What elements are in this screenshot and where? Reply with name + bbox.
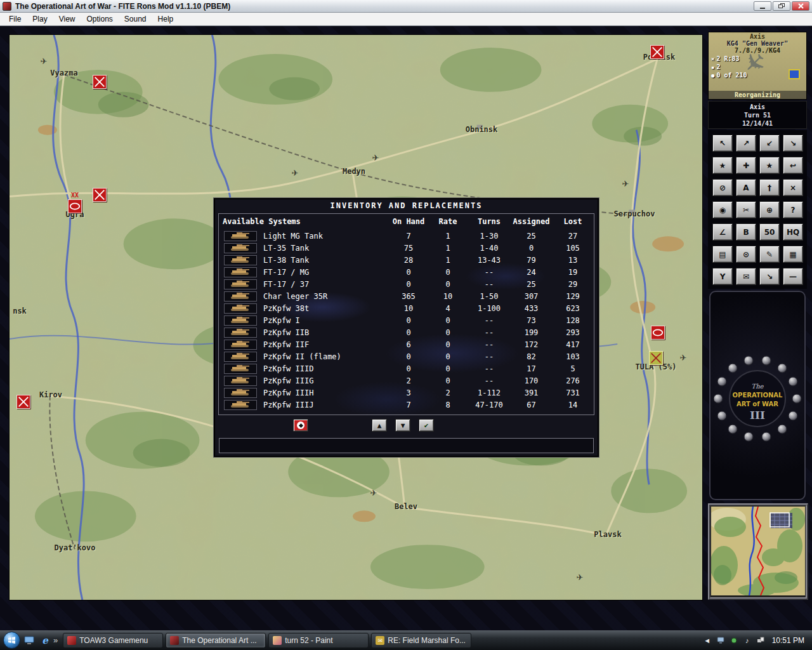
start-button[interactable] — [3, 632, 20, 649]
toolbar-button-23[interactable]: ✎ — [759, 246, 780, 263]
dialog-title: INVENTORY AND REPLACEMENTS — [215, 199, 598, 212]
toolbar-button-25[interactable]: Y — [712, 268, 733, 285]
toolbar-button-5[interactable]: ★ — [712, 157, 733, 174]
window-titlebar[interactable]: The Operational Art of War - FITE Rons M… — [0, 0, 812, 13]
quicklaunch-browser-icon[interactable]: e — [38, 633, 52, 647]
network-icon[interactable] — [756, 636, 765, 645]
toolbar-button-26[interactable]: ✉ — [736, 268, 756, 285]
message-box — [219, 438, 594, 453]
toolbar-button-24[interactable]: ▦ — [783, 246, 803, 263]
unit-counter-infantry[interactable] — [93, 188, 107, 202]
inventory-row[interactable]: PzKpfw IIIH321-112391731 — [219, 387, 594, 399]
toolbar-button-21[interactable]: ▤ — [712, 246, 733, 263]
scroll-down-button[interactable]: ▼ — [395, 419, 410, 432]
minimize-button[interactable] — [754, 1, 771, 11]
toolbar-button-22[interactable]: ⊙ — [736, 246, 756, 263]
tray-status-icon[interactable] — [730, 636, 738, 645]
toolbar-button-7[interactable]: ★ — [759, 157, 780, 174]
toolbar-button-16[interactable]: ? — [783, 201, 803, 218]
taskbar-button-email[interactable]: ✉ RE: Field Marshal Fo... — [371, 633, 471, 648]
inventory-dialog: INVENTORY AND REPLACEMENTS Available Sys… — [214, 198, 599, 457]
toolbar-button-8[interactable]: ↩ — [783, 157, 803, 174]
tank-icon — [224, 340, 257, 350]
unit-counter-armor[interactable] — [651, 326, 665, 340]
toolbar-button-14[interactable]: ✂ — [736, 201, 756, 218]
scroll-up-button[interactable]: ▲ — [372, 419, 387, 432]
inventory-row[interactable]: LT-38 Tank28113-437913 — [219, 254, 594, 266]
menu-item-help[interactable]: Help — [153, 13, 179, 25]
turn-panel: Axis Turn 51 12/14/41 — [708, 101, 807, 129]
system-tray: ◄ ♪ 10:51 PM — [703, 636, 812, 645]
unit-counter-infantry[interactable] — [93, 75, 107, 89]
toolbar-button-17[interactable]: ∠ — [712, 223, 733, 241]
taskbar-button-paint[interactable]: turn 52 - Paint — [268, 633, 369, 648]
inventory-row[interactable]: FT-17 / 3700--2529 — [219, 278, 594, 290]
inventory-row[interactable]: LT-35 Tank7511-400105 — [219, 242, 594, 254]
inventory-row[interactable]: Char leger 35R365101-50307129 — [219, 290, 594, 302]
toolbar-button-15[interactable]: ⊕ — [759, 201, 780, 218]
toolbar-button-18[interactable]: B — [736, 223, 756, 241]
close-button[interactable] — [792, 1, 809, 11]
inventory-row[interactable]: PzKpfw IIF60--172417 — [219, 338, 594, 350]
inventory-row[interactable]: PzKpfw I00--73128 — [219, 314, 594, 326]
tank-icon — [224, 315, 257, 326]
town-label-serpuchov: Serpuchov — [613, 209, 655, 218]
airfield-icon: ✈ — [292, 168, 299, 178]
toolbar-button-12[interactable]: × — [783, 179, 803, 196]
inventory-row[interactable]: PzKpfw IIID00--175 — [219, 362, 594, 375]
taskbar-button-operational-art[interactable]: The Operational Art ... — [166, 633, 266, 648]
axis-flag-button[interactable] — [293, 419, 308, 432]
menu-item-sound[interactable]: Sound — [119, 13, 152, 25]
taskbar: e » TOAW3 Gamemenu The Operational Art .… — [0, 630, 812, 650]
inventory-row[interactable]: PzKpfw IIIG20--170276 — [219, 375, 594, 387]
toolbar-button-13[interactable]: ◉ — [712, 201, 733, 218]
toolbar-button-10[interactable]: A — [736, 179, 756, 196]
menu-item-view[interactable]: View — [54, 13, 81, 25]
inventory-row[interactable]: PzKpfw IIB00--199293 — [219, 326, 594, 338]
quicklaunch-chevron[interactable]: » — [53, 635, 58, 645]
tank-icon — [224, 303, 257, 314]
menu-item-file[interactable]: File — [4, 13, 26, 25]
volume-icon[interactable]: ♪ — [743, 636, 752, 645]
paint-icon — [273, 636, 282, 645]
town-label-vyazma: Vyazma — [50, 69, 77, 77]
inventory-row[interactable]: Light MG Tank711-302527 — [219, 230, 594, 242]
col-available-systems: Available Systems — [219, 217, 389, 226]
tray-device-icon[interactable] — [716, 636, 725, 645]
inventory-row[interactable]: PzKpfw II (flame)00--82103 — [219, 350, 594, 362]
inventory-row[interactable]: PzKpfw IIIJ7847-1706714 — [219, 399, 594, 411]
tray-chevron-icon[interactable]: ◄ — [703, 636, 712, 645]
menu-item-options[interactable]: Options — [81, 13, 117, 25]
confirm-button[interactable]: ✔ — [419, 419, 434, 432]
taskbar-clock: 10:51 PM — [772, 636, 804, 645]
unit-counter-garrison[interactable] — [649, 351, 663, 365]
toolbar-button-27[interactable]: ↘ — [759, 268, 780, 285]
toolbar-button-11[interactable]: † — [759, 179, 780, 196]
toolbar-button-9[interactable]: ⊘ — [712, 179, 733, 196]
unit-counter-armor[interactable] — [68, 199, 82, 213]
toolbar-button-1[interactable]: ↖ — [712, 135, 733, 152]
turn-number: Turn 51 — [744, 111, 771, 119]
menu-item-play[interactable]: Play — [27, 13, 52, 25]
toolbar-button-20[interactable]: HQ — [783, 223, 803, 241]
toolbar-button-3[interactable]: ↙ — [759, 135, 780, 152]
toolbar-button-4[interactable]: ↘ — [783, 135, 803, 152]
unit-counter-icon — [789, 69, 800, 79]
email-icon: ✉ — [376, 636, 384, 645]
taskbar-button-toaw3-gamemenu[interactable]: TOAW3 Gamemenu — [63, 633, 163, 648]
unit-counter-infantry[interactable] — [16, 395, 30, 409]
inventory-row[interactable]: PzKpfw 38t1041-100433623 — [219, 302, 594, 314]
strength-icon: × — [711, 56, 714, 62]
tank-icon — [224, 267, 257, 277]
tank-icon — [224, 376, 257, 386]
inventory-row[interactable]: FT-17 / MG00--2419 — [219, 266, 594, 278]
minimap[interactable] — [708, 503, 808, 600]
unit-counter-infantry[interactable] — [650, 45, 664, 59]
toolbar-button-6[interactable]: ✚ — [736, 157, 756, 174]
toolbar-button-2[interactable]: ↗ — [736, 135, 756, 152]
restore-button[interactable] — [773, 1, 790, 11]
tank-icon — [224, 328, 257, 338]
toolbar-button-28[interactable]: — — [783, 268, 803, 285]
toolbar-button-19[interactable]: 50 — [759, 223, 780, 241]
quicklaunch-desktop-icon[interactable] — [22, 633, 36, 647]
